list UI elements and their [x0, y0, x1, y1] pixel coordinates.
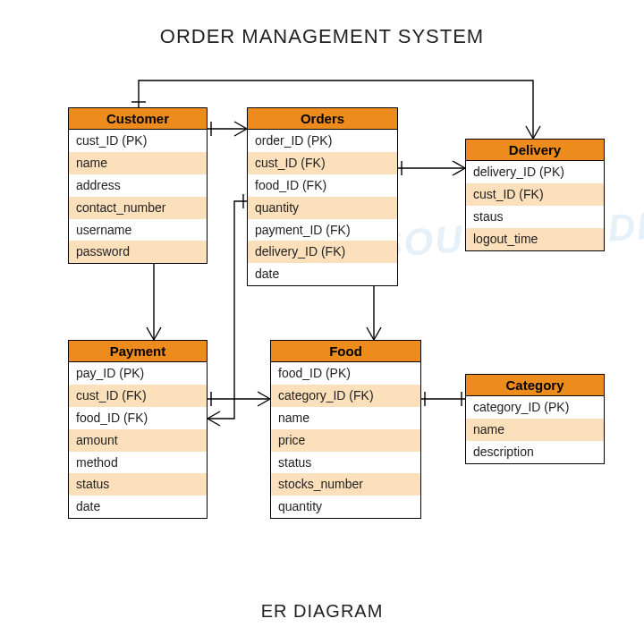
field: method — [69, 452, 207, 474]
field: price — [271, 429, 420, 452]
diagram-subtitle: ER DIAGRAM — [0, 601, 644, 622]
field: password — [69, 241, 207, 263]
field: contact_number — [69, 197, 207, 219]
svg-line-19 — [258, 392, 270, 399]
field: stocks_number — [271, 473, 420, 496]
field: date — [248, 263, 397, 285]
field: category_ID (PK) — [466, 396, 604, 419]
field: status — [69, 473, 207, 496]
field: food_ID (FK) — [248, 174, 397, 197]
svg-line-16 — [208, 411, 220, 419]
field: cust_ID (FK) — [248, 152, 397, 174]
field: username — [69, 219, 207, 242]
entity-payment: Payment pay_ID (PK) cust_ID (FK) food_ID… — [68, 340, 208, 519]
svg-line-12 — [367, 327, 374, 340]
entity-category-header: Category — [466, 375, 604, 396]
svg-line-1 — [234, 122, 247, 129]
field: quantity — [248, 197, 397, 219]
field: status — [271, 452, 420, 474]
svg-line-7 — [526, 126, 533, 139]
field: cust_ID (PK) — [69, 130, 207, 152]
field: cust_ID (FK) — [466, 183, 604, 206]
field: name — [466, 419, 604, 441]
entity-orders-header: Orders — [248, 108, 397, 130]
diagram-title: ORDER MANAGEMENT SYSTEM — [0, 25, 644, 48]
svg-line-20 — [258, 399, 270, 406]
field: name — [271, 407, 420, 429]
connector-lines — [0, 0, 644, 644]
svg-line-4 — [147, 327, 154, 340]
field: order_ID (PK) — [248, 130, 397, 152]
entity-orders: Orders order_ID (PK) cust_ID (FK) food_I… — [247, 107, 398, 286]
field: description — [466, 441, 604, 463]
svg-line-8 — [533, 126, 540, 139]
field: delivery_ID (PK) — [466, 161, 604, 183]
field: pay_ID (PK) — [69, 362, 207, 385]
field: food_ID (PK) — [271, 362, 420, 385]
field: date — [69, 496, 207, 518]
svg-line-5 — [154, 327, 161, 340]
field: address — [69, 174, 207, 197]
field: delivery_ID (FK) — [248, 241, 397, 263]
field: logout_time — [466, 228, 604, 250]
field: quantity — [271, 496, 420, 518]
svg-line-13 — [374, 327, 381, 340]
field: payment_ID (FK) — [248, 219, 397, 242]
svg-line-11 — [453, 168, 465, 175]
entity-food-header: Food — [271, 341, 420, 362]
field: category_ID (FK) — [271, 385, 420, 407]
field: food_ID (FK) — [69, 407, 207, 429]
field: cust_ID (FK) — [69, 385, 207, 407]
field: name — [69, 152, 207, 174]
field: staus — [466, 206, 604, 228]
field: amount — [69, 429, 207, 452]
entity-category: Category category_ID (PK) name descripti… — [465, 374, 605, 464]
svg-line-17 — [208, 419, 220, 426]
svg-line-2 — [234, 129, 247, 136]
entity-payment-header: Payment — [69, 341, 207, 362]
entity-food: Food food_ID (PK) category_ID (FK) name … — [270, 340, 421, 519]
entity-delivery-header: Delivery — [466, 140, 604, 161]
entity-customer: Customer cust_ID (PK) name address conta… — [68, 107, 208, 264]
entity-customer-header: Customer — [69, 108, 207, 130]
entity-delivery: Delivery delivery_ID (PK) cust_ID (FK) s… — [465, 139, 605, 251]
svg-line-10 — [453, 161, 465, 168]
